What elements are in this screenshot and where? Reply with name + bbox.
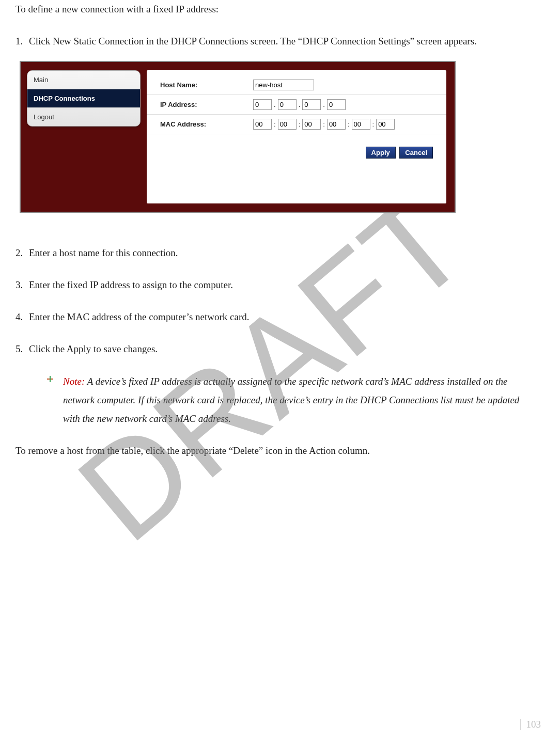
step-text: Click the Apply to save changes. (29, 340, 530, 358)
page-number: 103 (520, 719, 541, 730)
sidebar-item-logout[interactable]: Logout (27, 108, 140, 126)
host-name-input[interactable] (253, 80, 314, 90)
ip-address-fields: . . . (253, 99, 346, 110)
step-text: Enter a host name for this connection. (29, 244, 530, 262)
ip-octet-4[interactable] (327, 99, 346, 110)
mac-hex-2[interactable] (278, 119, 297, 130)
step-number: 5. (15, 340, 29, 358)
mac-address-label: MAC Address: (160, 120, 253, 128)
step-number: 4. (15, 308, 29, 326)
apply-button[interactable]: Apply (366, 147, 396, 159)
svg-rect-1 (50, 376, 51, 382)
ip-address-label: IP Address: (160, 101, 253, 108)
note-label: Note: (63, 376, 85, 387)
step-number: 2. (15, 244, 29, 262)
mac-hex-5[interactable] (352, 119, 370, 130)
mac-sep: : (274, 120, 276, 128)
ip-sep: . (274, 101, 276, 108)
mac-hex-3[interactable] (302, 119, 321, 130)
ip-octet-2[interactable] (278, 99, 297, 110)
cancel-button[interactable]: Cancel (399, 147, 433, 159)
settings-form: Host Name: IP Address: . . . (147, 70, 446, 203)
host-name-label: Host Name: (160, 81, 253, 89)
step-text: Click New Static Connection in the DHCP … (29, 32, 530, 51)
tail-paragraph: To remove a host from the table, click t… (15, 442, 530, 460)
mac-hex-4[interactable] (327, 119, 346, 130)
mac-address-fields: : : : : : (253, 119, 395, 130)
mac-sep: : (372, 120, 375, 128)
ip-sep: . (323, 101, 325, 108)
draft-watermark: DRAFT (50, 162, 496, 572)
note-body: A device’s fixed IP address is actually … (63, 376, 519, 424)
mac-sep: : (323, 120, 325, 128)
mac-hex-1[interactable] (253, 119, 272, 130)
step-text: Enter the MAC address of the computer’s … (29, 308, 530, 326)
step-number: 3. (15, 276, 29, 294)
intro-paragraph: To define a new connection with a fixed … (15, 0, 530, 19)
mac-sep: : (348, 120, 350, 128)
sidebar-item-main[interactable]: Main (27, 71, 140, 89)
mac-hex-6[interactable] (376, 119, 395, 130)
sidebar-item-dhcp[interactable]: DHCP Connections (27, 89, 140, 108)
sidebar: Main DHCP Connections Logout (21, 62, 147, 212)
step-number: 1. (15, 32, 29, 51)
ip-sep: . (299, 101, 301, 108)
step-text: Enter the fixed IP address to assign to … (29, 276, 530, 294)
mac-sep: : (299, 120, 301, 128)
dhcp-settings-screenshot: Main DHCP Connections Logout Host Name: … (20, 61, 456, 213)
note-text: Note: A device’s fixed IP address is act… (63, 372, 530, 428)
note-bullet-icon (46, 375, 54, 383)
ip-octet-1[interactable] (253, 99, 272, 110)
ip-octet-3[interactable] (302, 99, 321, 110)
